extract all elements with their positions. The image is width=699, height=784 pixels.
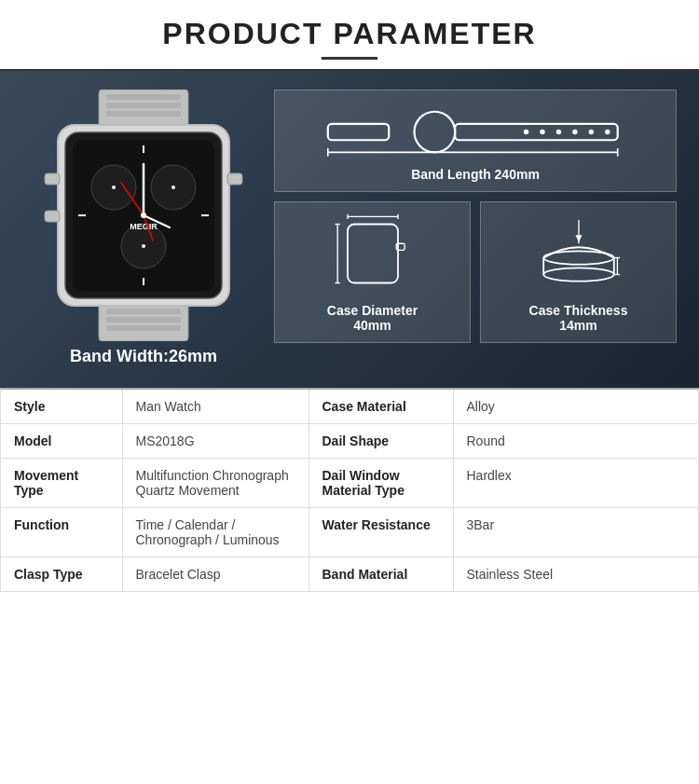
band-length-box: Band Length 240mm (274, 89, 677, 192)
case-diameter-box: Case Diameter 40mm (274, 201, 471, 343)
svg-point-17 (171, 186, 175, 189)
spec-val2-4: Stainless Steel (453, 557, 698, 592)
spec-val-1: MS2018G (122, 424, 308, 459)
case-diameter-diagram (331, 212, 415, 296)
svg-rect-5 (106, 309, 181, 314)
svg-rect-1 (106, 94, 181, 100)
watch-container: MEGIR Band Width:26mm (22, 89, 265, 378)
table-row: StyleMan WatchCase MaterialAlloy (1, 390, 698, 424)
svg-point-29 (141, 213, 146, 218)
svg-rect-30 (328, 124, 389, 140)
spec-key2-4: Band Material (308, 557, 453, 592)
svg-point-37 (589, 130, 594, 134)
spec-key-0: Style (1, 390, 122, 424)
svg-marker-58 (575, 235, 582, 241)
spec-val-0: Man Watch (122, 390, 308, 424)
diagram-section: MEGIR Band Width:26mm (0, 71, 699, 388)
case-thickness-box: Case Thickness 14mm (480, 201, 677, 343)
band-length-diagram (290, 103, 661, 159)
svg-point-36 (572, 130, 577, 134)
case-thickness-label: Case Thickness 14mm (529, 303, 628, 333)
svg-point-31 (415, 112, 456, 153)
specs-table: StyleMan WatchCase MaterialAlloyModelMS2… (1, 390, 698, 591)
diagrams-container: Band Length 240mm (265, 89, 677, 378)
spec-val2-3: 3Bar (453, 508, 698, 557)
spec-key2-3: Water Resistance (308, 508, 453, 557)
spec-val2-1: Round (453, 424, 698, 459)
svg-point-35 (556, 130, 561, 134)
case-diameter-label: Case Diameter 40mm (327, 303, 418, 333)
case-thickness-diagram (537, 212, 621, 296)
spec-key-2: Movement Type (1, 459, 122, 508)
table-row: Movement TypeMultifunction Chronograph Q… (1, 459, 698, 508)
svg-rect-42 (348, 225, 398, 283)
table-row: Clasp TypeBracelet ClaspBand MaterialSta… (1, 557, 698, 592)
svg-rect-2 (106, 103, 181, 108)
svg-rect-3 (106, 111, 181, 117)
svg-point-15 (112, 186, 116, 189)
svg-point-38 (605, 130, 610, 134)
spec-val-3: Time / Calendar / Chronograph / Luminous (122, 508, 308, 557)
page-header: PRODUCT PARAMETER (0, 0, 699, 71)
spec-key2-1: Dail Shape (308, 424, 453, 459)
spec-key2-2: Dail Window Material Type (308, 459, 453, 508)
spec-val-2: Multifunction Chronograph Quartz Movemen… (122, 459, 308, 508)
specs-table-wrapper: StyleMan WatchCase MaterialAlloyModelMS2… (0, 388, 699, 592)
svg-point-50 (543, 268, 614, 281)
table-row: ModelMS2018GDail ShapeRound (1, 424, 698, 459)
svg-rect-9 (45, 173, 60, 185)
band-width-label: Band Width:26mm (70, 347, 217, 366)
svg-text:MEGIR: MEGIR (130, 222, 158, 231)
page-title: PRODUCT PARAMETER (9, 17, 690, 51)
svg-rect-10 (45, 211, 60, 222)
header-divider (322, 57, 377, 60)
band-length-label: Band Length 240mm (411, 167, 540, 182)
bottom-diagrams: Case Diameter 40mm (274, 201, 677, 343)
spec-val-4: Bracelet Clasp (122, 557, 308, 592)
spec-key-4: Clasp Type (1, 557, 122, 592)
svg-point-19 (142, 244, 145, 248)
table-row: FunctionTime / Calendar / Chronograph / … (1, 508, 698, 557)
watch-image: MEGIR (32, 89, 255, 341)
svg-rect-6 (106, 317, 181, 323)
svg-point-33 (524, 130, 528, 134)
spec-key-3: Function (1, 508, 122, 557)
spec-val2-2: Hardlex (453, 459, 698, 508)
svg-rect-11 (227, 173, 242, 185)
spec-val2-0: Alloy (453, 390, 698, 424)
spec-key2-0: Case Material (308, 390, 453, 424)
svg-point-34 (540, 130, 544, 134)
spec-key-1: Model (1, 424, 122, 459)
svg-rect-7 (106, 325, 181, 331)
